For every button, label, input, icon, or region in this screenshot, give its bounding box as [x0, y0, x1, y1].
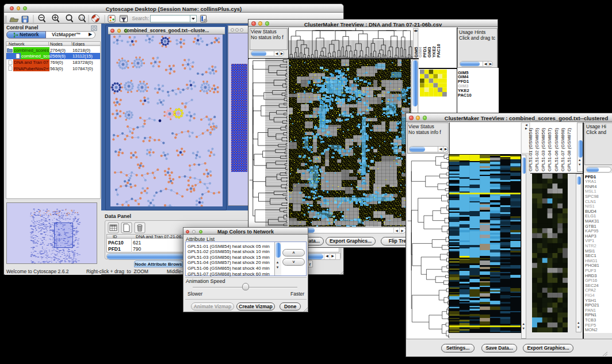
svg-text:1:1: 1:1: [80, 17, 84, 20]
svg-text:Search:: Search:: [132, 16, 149, 21]
